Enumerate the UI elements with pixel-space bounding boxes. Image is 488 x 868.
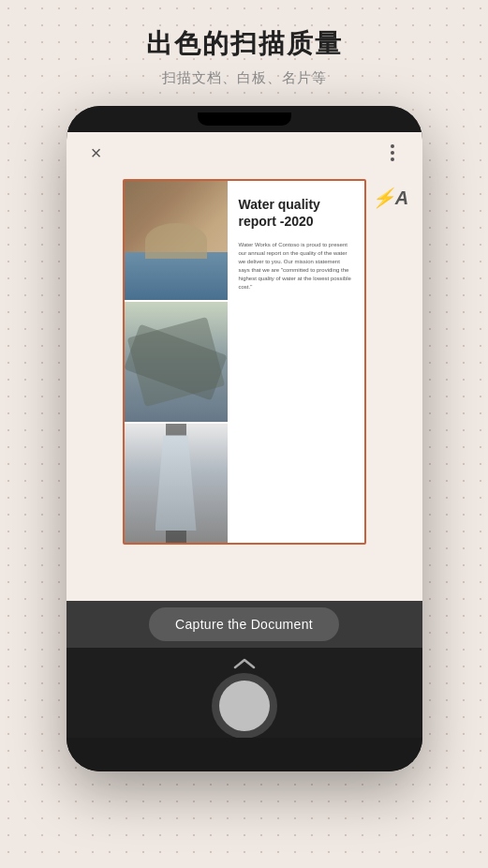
flash-button[interactable]: ⚡A: [374, 181, 407, 215]
doc-text-area: Water quality report -2020 Water Works o…: [228, 181, 364, 543]
phone-notch: [198, 112, 291, 126]
report-title: Water quality report -2020: [239, 196, 353, 230]
camera-top-bar: ×: [67, 132, 422, 173]
more-dot: [391, 157, 394, 161]
phone-top-bar: [67, 106, 422, 132]
chevron-up-icon[interactable]: [230, 657, 259, 669]
more-dot: [391, 144, 394, 148]
shutter-inner: [219, 681, 270, 731]
phone-bottom-bar: [67, 738, 422, 771]
capture-document-button[interactable]: Capture the Document: [149, 607, 339, 641]
report-body: Water Works of Contoso is proud to prese…: [239, 241, 353, 292]
doc-image-1: [125, 181, 228, 300]
shutter-button[interactable]: [212, 673, 277, 739]
doc-content-area: Water quality report -2020 Water Works o…: [125, 181, 364, 543]
sub-title: 扫描文档、白板、名片等: [146, 69, 343, 87]
title-area: 出色的扫描质量 扫描文档、白板、名片等: [146, 0, 343, 87]
more-dot: [391, 151, 394, 155]
shutter-row: [212, 673, 277, 739]
content-wrapper: 出色的扫描质量 扫描文档、白板、名片等 × ⚡A: [0, 0, 488, 868]
doc-image-3: [125, 424, 228, 543]
doc-image-2: [125, 302, 228, 421]
main-title: 出色的扫描质量: [146, 26, 343, 62]
doc-images-col: [125, 181, 228, 543]
more-button[interactable]: [377, 138, 407, 168]
close-button[interactable]: ×: [81, 138, 111, 168]
document-preview: Water quality report -2020 Water Works o…: [123, 179, 366, 545]
close-icon: ×: [91, 142, 102, 164]
flash-icon: ⚡A: [372, 187, 408, 209]
camera-area: × ⚡A: [67, 132, 422, 601]
capture-bar: Capture the Document: [67, 601, 422, 648]
phone-mockup: × ⚡A: [67, 106, 422, 771]
